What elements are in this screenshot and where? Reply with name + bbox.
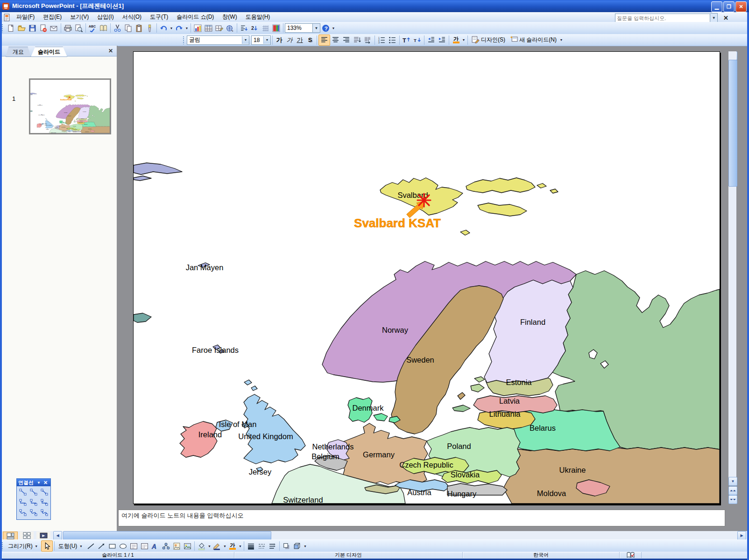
align-right-button[interactable]: [341, 35, 352, 45]
standard-toolbar-options[interactable]: ▼: [331, 23, 336, 33]
minimize-button[interactable]: ▁: [711, 1, 722, 12]
slide-thumbnail[interactable]: UkraineMoldovaBelarusLithuaniaLatviaEsto…: [29, 78, 111, 134]
tab-outline[interactable]: 개요: [6, 47, 31, 57]
bullets-button[interactable]: [387, 35, 398, 45]
menu-help[interactable]: 도움말(H): [241, 12, 275, 22]
rectangle-tool-button[interactable]: [107, 541, 118, 551]
ksat-site-marker[interactable]: [69, 97, 71, 98]
ksat-annotation-label[interactable]: Svalbard KSAT: [60, 99, 72, 101]
menu-file[interactable]: 파일(F): [12, 12, 39, 22]
font-name-combo[interactable]: 굴림 ▼: [187, 35, 249, 45]
menu-edit[interactable]: 편집(E): [39, 12, 66, 22]
menu-view[interactable]: 보기(V): [66, 12, 93, 22]
dash-style-button[interactable]: [256, 541, 267, 551]
previous-slide-button[interactable]: ⏶⏶: [728, 486, 737, 495]
insert-hyperlink-button[interactable]: [225, 23, 235, 33]
vertical-scroll-thumb[interactable]: [728, 60, 737, 187]
elbow-connector-icon[interactable]: [18, 497, 28, 507]
menu-insert[interactable]: 삽입(I): [93, 12, 118, 22]
arrow-tool-button[interactable]: [96, 541, 107, 551]
line-style-button[interactable]: [246, 541, 256, 551]
scroll-down-button[interactable]: ▼: [728, 477, 737, 486]
numbering-button[interactable]: 123: [376, 35, 387, 45]
help-button[interactable]: ?: [320, 23, 331, 33]
close-button[interactable]: ✕: [735, 1, 747, 12]
bold-button[interactable]: 가: [274, 35, 284, 45]
insert-picture-button[interactable]: [182, 541, 193, 551]
drawing-toolbar-options[interactable]: ▼: [303, 541, 307, 551]
new-document-button[interactable]: [6, 23, 16, 33]
insert-chart-button[interactable]: [192, 23, 203, 33]
paste-button[interactable]: [134, 23, 144, 33]
expand-all-button[interactable]: [239, 23, 249, 33]
line-color-dropdown-icon[interactable]: ▼: [222, 541, 227, 551]
slideshow-view-button[interactable]: [36, 532, 50, 539]
italic-button[interactable]: 가: [284, 35, 295, 45]
arrow-style-button[interactable]: [267, 541, 278, 551]
insert-table-button[interactable]: [203, 23, 214, 33]
align-left-button[interactable]: [318, 35, 330, 46]
curved-double-arrow-connector-icon[interactable]: [39, 508, 49, 518]
ksat-annotation-label[interactable]: Svalbard KSAT: [354, 216, 441, 230]
line-tool-button[interactable]: [85, 541, 96, 551]
decrease-indent-button[interactable]: [426, 35, 437, 45]
straight-connector-icon[interactable]: [18, 487, 28, 497]
notes-pane[interactable]: 여기에 슬라이드 노트의 내용을 입력하십시오: [118, 510, 725, 526]
draw-menu-button[interactable]: 그리기(R)▼: [6, 541, 41, 551]
redo-dropdown-icon[interactable]: ▼: [184, 23, 189, 33]
status-language[interactable]: 한국어: [463, 552, 620, 558]
zoom-dropdown-icon[interactable]: ▼: [313, 23, 320, 33]
menu-slideshow[interactable]: 슬라이드 쇼(D): [172, 12, 218, 22]
new-slide-button[interactable]: 새 슬라이드(N): [508, 35, 559, 45]
grow-font-button[interactable]: T: [401, 35, 412, 45]
vertical-text-button[interactable]: [362, 35, 373, 45]
clip-art-button[interactable]: [171, 541, 182, 551]
straight-arrow-connector-icon[interactable]: [28, 487, 38, 497]
shadow-button[interactable]: S: [305, 35, 315, 45]
redo-button[interactable]: [174, 23, 184, 33]
autoshapes-menu-button[interactable]: 도형(U)▼: [56, 541, 86, 551]
europe-map[interactable]: UkraineMoldovaBelarusLithuaniaLatviaEsto…: [134, 52, 720, 504]
word-art-button[interactable]: A: [150, 541, 161, 551]
fill-color-button[interactable]: [196, 541, 207, 551]
straight-double-arrow-connector-icon[interactable]: [39, 487, 49, 497]
slide-canvas[interactable]: UkraineMoldovaBelarusLithuaniaLatviaEsto…: [133, 51, 720, 504]
draw-font-color-dropdown-icon[interactable]: ▼: [238, 541, 242, 551]
format-painter-button[interactable]: [144, 23, 155, 33]
tab-slides[interactable]: 슬라이드: [31, 47, 67, 57]
grid-button[interactable]: [260, 23, 271, 33]
elbow-arrow-connector-icon[interactable]: [28, 497, 38, 507]
font-size-combo[interactable]: 18 ▼: [251, 35, 271, 45]
permission-button[interactable]: [38, 23, 49, 33]
scroll-left-button[interactable]: ◀: [53, 531, 62, 540]
copy-button[interactable]: [123, 23, 134, 33]
ksat-site-marker[interactable]: [417, 194, 431, 207]
increase-indent-button[interactable]: [437, 35, 447, 45]
size-dropdown-icon[interactable]: ▼: [263, 36, 270, 44]
menubar-close-icon[interactable]: ✕: [723, 14, 728, 21]
insert-diagram-button[interactable]: [161, 541, 171, 551]
restore-button[interactable]: ❐: [723, 1, 735, 12]
normal-view-button[interactable]: [3, 532, 18, 540]
line-color-button[interactable]: [212, 541, 222, 551]
pane-close-icon[interactable]: ✕: [108, 48, 113, 54]
undo-dropdown-icon[interactable]: ▼: [169, 23, 174, 33]
spelling-button[interactable]: ABC: [87, 23, 98, 33]
scroll-right-button[interactable]: ▶: [737, 531, 746, 540]
save-button[interactable]: [27, 23, 38, 33]
font-color-button[interactable]: 가: [451, 35, 461, 45]
font-dropdown-icon[interactable]: ▼: [242, 36, 249, 44]
question-input[interactable]: [615, 14, 710, 22]
mail-recipient-button[interactable]: [49, 23, 59, 33]
menu-format[interactable]: 서식(O): [118, 12, 146, 22]
font-color-dropdown-icon[interactable]: ▼: [461, 35, 466, 45]
draw-font-color-button[interactable]: 가: [227, 541, 238, 551]
select-objects-button[interactable]: [41, 540, 53, 552]
tables-borders-button[interactable]: [214, 23, 225, 33]
formatting-toolbar-options[interactable]: ▼: [559, 35, 564, 45]
cut-button[interactable]: [112, 23, 123, 33]
design-button[interactable]: 디자인(S): [469, 35, 508, 45]
europe-map[interactable]: UkraineMoldovaBelarusLithuaniaLatviaEsto…: [30, 80, 110, 133]
horizontal-text-button[interactable]: [352, 35, 362, 45]
shrink-font-button[interactable]: T: [412, 35, 423, 45]
